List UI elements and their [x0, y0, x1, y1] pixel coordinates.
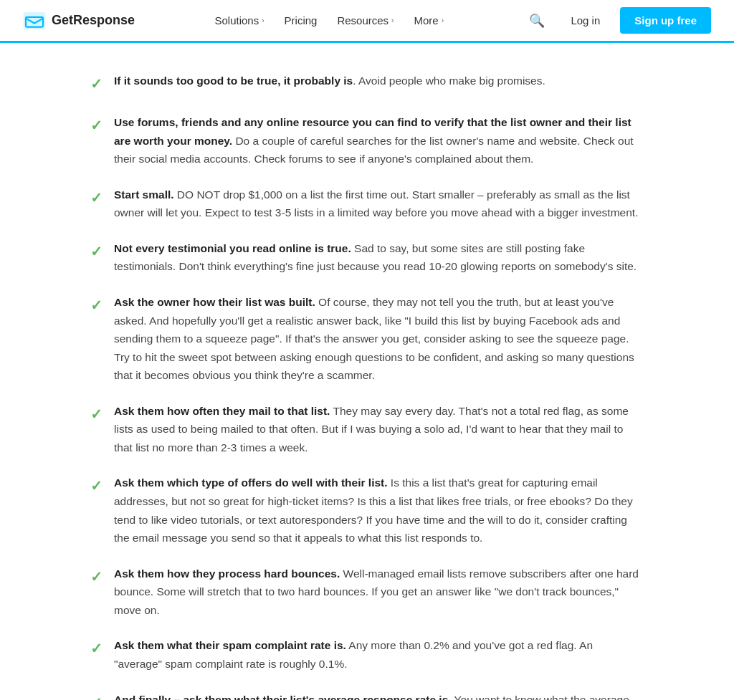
list-item: ✓If it sounds too good to be true, it pr… [90, 72, 644, 96]
list-item-text: Ask them how they process hard bounces. … [114, 565, 644, 620]
logo-icon [23, 12, 46, 29]
list-item: ✓Start small. DO NOT drop $1,000 on a li… [90, 186, 644, 222]
resources-chevron-icon: › [391, 16, 394, 24]
navbar: GetResponse Solutions › Pricing Resource… [0, 0, 734, 43]
list-item-text: And finally – ask them what their list's… [114, 691, 644, 701]
list-item-text: Ask them which type of offers do well wi… [114, 474, 644, 547]
search-button[interactable]: 🔍 [523, 7, 550, 34]
list-item: ✓Not every testimonial you read online i… [90, 239, 644, 276]
nav-links: Solutions › Pricing Resources › More › [206, 9, 452, 32]
checkmark-icon: ✓ [90, 186, 103, 210]
logo-link[interactable]: GetResponse [23, 12, 135, 29]
checkmark-icon: ✓ [90, 294, 103, 317]
search-icon: 🔍 [529, 14, 545, 28]
checkmark-icon: ✓ [90, 72, 103, 96]
list-item-text: Ask the owner how their list was built. … [114, 293, 644, 385]
list-item-text: Start small. DO NOT drop $1,000 on a lis… [114, 186, 644, 222]
list-item-text: Not every testimonial you read online is… [114, 239, 644, 276]
solutions-chevron-icon: › [262, 16, 264, 24]
checkmark-icon: ✓ [90, 403, 103, 426]
logo-text: GetResponse [52, 13, 135, 28]
list-item-text: Ask them how often they mail to that lis… [114, 402, 644, 457]
main-content: ✓If it sounds too good to be true, it pr… [73, 43, 661, 700]
nav-pricing[interactable]: Pricing [276, 9, 326, 32]
nav-more[interactable]: More › [405, 9, 452, 32]
list-item: ✓Ask them how they process hard bounces.… [90, 565, 644, 620]
list-item: ✓Ask them what their spam complaint rate… [90, 636, 644, 673]
checkmark-icon: ✓ [90, 240, 103, 264]
checkmark-icon: ✓ [90, 691, 103, 701]
signup-button[interactable]: Sign up free [620, 7, 711, 34]
checkmark-icon: ✓ [90, 637, 103, 661]
list-item: ✓Ask them which type of offers do well w… [90, 474, 644, 547]
nav-solutions[interactable]: Solutions › [206, 9, 272, 32]
checkmark-icon: ✓ [90, 474, 103, 498]
nav-resources[interactable]: Resources › [328, 9, 402, 32]
list-item: ✓Use forums, friends and any online reso… [90, 113, 644, 168]
list-item-text: Use forums, friends and any online resou… [114, 113, 644, 168]
list-item-text: Ask them what their spam complaint rate … [114, 636, 644, 673]
list-item: ✓And finally – ask them what their list'… [90, 691, 644, 701]
nav-right: 🔍 Log in Sign up free [523, 7, 711, 34]
list-item: ✓Ask the owner how their list was built.… [90, 293, 644, 385]
checkmark-icon: ✓ [90, 114, 103, 138]
list-item: ✓Ask them how often they mail to that li… [90, 402, 644, 457]
login-button[interactable]: Log in [562, 9, 609, 32]
checkmark-icon: ✓ [90, 565, 103, 589]
more-chevron-icon: › [442, 16, 444, 24]
checklist: ✓If it sounds too good to be true, it pr… [90, 72, 644, 700]
list-item-text: If it sounds too good to be true, it pro… [114, 72, 644, 90]
